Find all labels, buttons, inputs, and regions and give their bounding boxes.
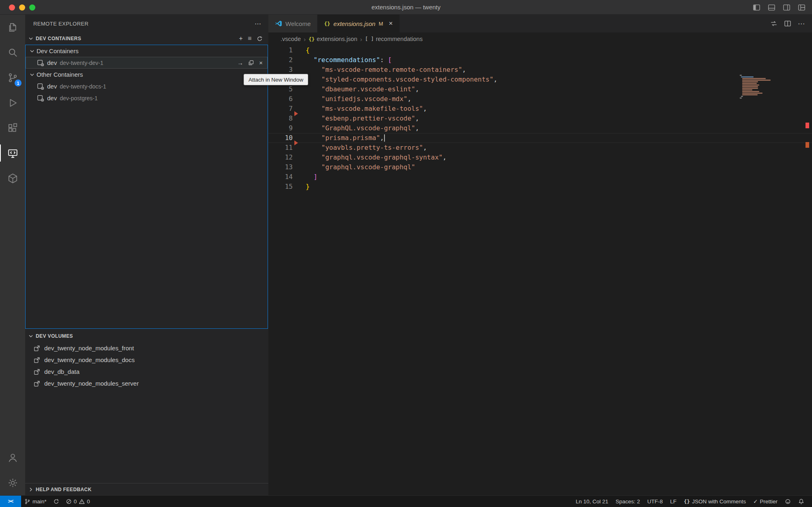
minimap[interactable] [740,75,772,99]
attach-container-button[interactable]: → [237,59,243,66]
container-name: dev [47,95,57,101]
bell-icon [798,498,804,505]
volume-item-dev_twenty_node_modules_front[interactable]: dev_twenty_node_modules_front [25,342,268,354]
dev-containers-actions: + ≡ [239,35,263,42]
container-icon [37,59,44,67]
tree-group-other-containers[interactable]: Other Containers [26,69,268,80]
section-header-help-feedback[interactable]: HELP AND FEEDBACK [25,483,268,495]
tree-item-dev-twenty-docs-1[interactable]: devdev-twenty-docs-1 [26,80,268,92]
activity-source-control[interactable]: 1 [0,65,25,90]
more-actions-icon[interactable]: ⋯ [798,19,805,28]
toggle-sidebar-right-icon[interactable] [783,4,790,11]
close-window-button[interactable] [9,4,15,11]
container-description: dev-twenty-docs-1 [60,83,106,90]
item-inline-actions: →× [237,59,268,66]
container-name: dev [47,59,57,66]
breadcrumb-symbol[interactable]: [ ]recommendations [365,36,423,42]
code-line-12[interactable]: 12 "graphql.vscode-graphql-syntax", [268,153,812,162]
code-area[interactable]: 1{2 "recommendations": [3 "ms-vscode-rem… [268,45,812,495]
activity-search[interactable] [0,40,25,65]
json-file-icon: {} [309,36,315,42]
new-dev-container-button[interactable]: + [239,35,243,42]
activity-explorer[interactable] [0,15,25,40]
open-changes-icon[interactable] [770,20,777,27]
line-number: 14 [268,172,293,182]
volume-item-dev_twenty_node_modules_server[interactable]: dev_twenty_node_modules_server [25,378,268,389]
language-mode-item[interactable]: {} JSON with Comments [680,496,749,507]
code-line-9[interactable]: 9 "GraphQL.vscode-graphql", [268,123,812,133]
line-number: 1 [268,45,293,55]
indentation-item[interactable]: Spaces: 2 [612,496,644,507]
section-label: DEV VOLUMES [36,333,73,339]
stop-container-button[interactable]: × [259,59,263,66]
code-line-4[interactable]: 4 "styled-components.vscode-styled-compo… [268,75,812,84]
encoding-item[interactable]: UTF-8 [644,496,666,507]
volume-label: dev_db_data [44,368,80,375]
eol-item[interactable]: LF [667,496,680,507]
minimize-window-button[interactable] [19,4,25,11]
notifications-button[interactable] [795,496,808,507]
line-content: "ms-vscode-remote.remote-containers", [306,65,466,75]
minimap-line [740,97,742,99]
tab-extensions-json[interactable]: {} extensions.json M × [317,15,399,32]
formatter-item[interactable]: ✓ Prettier [749,496,781,507]
zoom-window-button[interactable] [29,4,35,11]
activity-extensions[interactable] [0,115,25,140]
customize-layout-icon[interactable] [798,4,806,11]
code-line-6[interactable]: 6 "unifiedjs.vscode-mdx", [268,94,812,104]
line-content: { [306,45,310,55]
code-line-10[interactable]: 10 "prisma.prisma", [268,133,812,143]
toggle-sidebar-left-icon[interactable] [753,4,760,11]
code-line-1[interactable]: 1{ [268,45,812,55]
code-line-8[interactable]: 8 "esbenp.prettier-vscode", [268,114,812,123]
section-label: HELP AND FEEDBACK [36,487,91,492]
toggle-panel-icon[interactable] [768,4,775,11]
breadcrumb: .vscode › {}extensions.json › [ ]recomme… [268,32,812,45]
tree-group-label: Other Containers [37,71,83,78]
code-line-2[interactable]: 2 "recommendations": [ [268,55,812,65]
code-line-7[interactable]: 7 "ms-vscode.makefile-tools", [268,104,812,114]
sync-changes-button[interactable] [50,496,63,507]
tree-group-dev-containers[interactable]: Dev Containers [26,45,268,57]
feedback-button[interactable] [781,496,795,507]
code-line-14[interactable]: 14 ] [268,172,812,182]
tooltip: Attach in New Window [244,74,308,85]
cursor-position-item[interactable]: Ln 10, Col 21 [572,496,612,507]
activity-settings[interactable] [0,470,25,495]
activity-accounts[interactable] [0,445,25,470]
volume-item-dev_db_data[interactable]: dev_db_data [25,366,268,378]
refresh-button[interactable] [257,36,263,42]
minimap-line [741,76,754,78]
attach-new-window-button[interactable] [248,60,254,66]
code-line-15[interactable]: 15} [268,182,812,192]
problems-item[interactable]: 0 0 [63,496,93,507]
activity-dev-containers[interactable] [0,166,25,191]
remote-indicator[interactable]: >< [0,496,21,507]
gear-icon [7,477,19,489]
volume-item-dev_twenty_node_modules_docs[interactable]: dev_twenty_node_modules_docs [25,354,268,366]
line-number: 5 [268,84,293,94]
close-icon: × [259,59,263,66]
breadcrumb-folder[interactable]: .vscode [281,36,301,42]
activity-run-debug[interactable] [0,90,25,115]
code-line-5[interactable]: 5 "dbaeumer.vscode-eslint", [268,84,812,94]
split-editor-icon[interactable] [784,20,791,27]
tree-item-dev-postgres-1[interactable]: devdev-postgres-1 [26,92,268,104]
section-header-dev-volumes[interactable]: DEV VOLUMES [25,330,268,342]
tab-welcome[interactable]: Welcome [268,15,317,32]
line-content: "unifiedjs.vscode-mdx", [306,94,411,104]
code-line-3[interactable]: 3 "ms-vscode-remote.remote-containers", [268,65,812,75]
line-content: "prisma.prisma", [306,134,384,142]
sidebar-more-actions-icon[interactable]: ⋯ [255,20,261,28]
close-tab-icon[interactable]: × [389,19,393,28]
section-header-dev-containers[interactable]: DEV CONTAINERS + ≡ [25,32,268,45]
filter-list-button[interactable]: ≡ [248,35,252,42]
code-line-11[interactable]: 11 "yoavbls.pretty-ts-errors", [268,143,812,153]
code-line-13[interactable]: 13 "graphql.vscode-graphql" [268,162,812,172]
activity-remote-explorer[interactable] [0,140,25,166]
breadcrumb-file[interactable]: {}extensions.json [309,36,357,42]
extensions-icon [7,122,19,134]
tree-item-dev-twenty-dev-1[interactable]: devdev-twenty-dev-1→× [26,57,268,69]
git-branch-item[interactable]: main* [21,496,50,507]
open-new-window-icon [248,60,254,66]
